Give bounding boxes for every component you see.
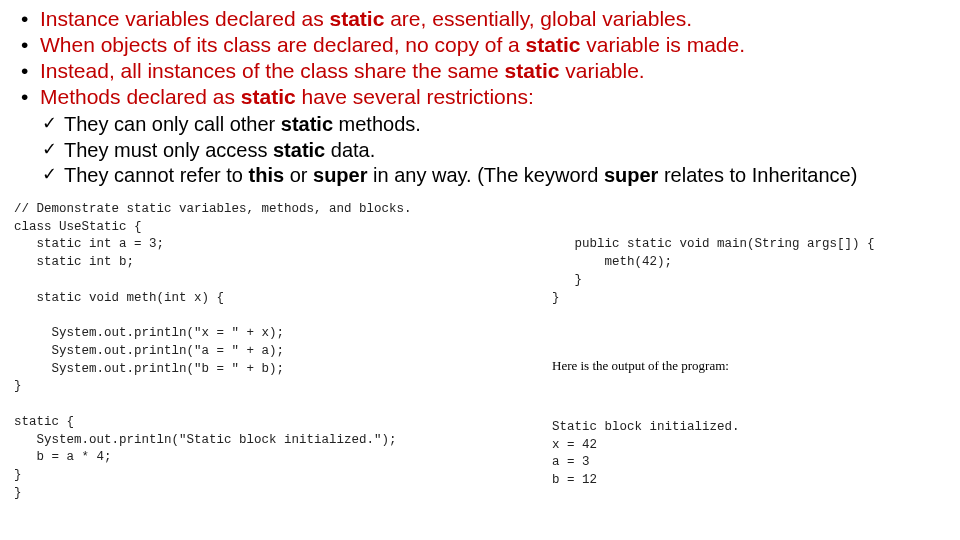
code-right-main: public static void main(String args[]) {… [552, 236, 946, 307]
sub-3-t1: or [284, 164, 313, 186]
code-left: // Demonstrate static variables, methods… [14, 201, 524, 525]
bullet-4: Methods declared as static have several … [36, 84, 946, 110]
bullet-2-pre: When objects of its class are declared, … [40, 33, 526, 56]
sub-2-t0: They must only access [64, 139, 273, 161]
bullet-4-pre: Methods declared as [40, 85, 241, 108]
code-area: // Demonstrate static variables, methods… [14, 195, 946, 525]
bullet-3-bold: static [505, 59, 560, 82]
bullet-1-bold: static [330, 7, 385, 30]
code-right: public static void main(String args[]) {… [552, 201, 946, 525]
bullet-2-bold: static [526, 33, 581, 56]
slide: Instance variables declared as static ar… [0, 0, 960, 525]
sub-1-t1: methods. [333, 113, 421, 135]
sub-3-t0: They cannot refer to [64, 164, 249, 186]
main-bullets: Instance variables declared as static ar… [14, 6, 946, 110]
sub-2: They must only access static data. [60, 138, 946, 164]
sub-bullets: They can only call other static methods.… [14, 112, 946, 189]
bullet-3: Instead, all instances of the class shar… [36, 58, 946, 84]
bullet-4-bold: static [241, 85, 296, 108]
sub-3-b0: this [249, 164, 285, 186]
sub-3-t3: relates to Inheritance) [658, 164, 857, 186]
sub-3-b2: super [604, 164, 658, 186]
sub-1-t0: They can only call other [64, 113, 281, 135]
bullet-2-post: variable is made. [580, 33, 745, 56]
sub-1-b0: static [281, 113, 333, 135]
output-caption: Here is the output of the program: [552, 357, 946, 375]
bullet-3-post: variable. [559, 59, 644, 82]
bullet-2: When objects of its class are declared, … [36, 32, 946, 58]
bullet-1: Instance variables declared as static ar… [36, 6, 946, 32]
sub-3: They cannot refer to this or super in an… [60, 163, 946, 189]
code-right-output: Static block initialized. x = 42 a = 3 b… [552, 419, 946, 490]
sub-3-t2: in any way. (The keyword [367, 164, 603, 186]
sub-2-b0: static [273, 139, 325, 161]
sub-1: They can only call other static methods. [60, 112, 946, 138]
bullet-3-pre: Instead, all instances of the class shar… [40, 59, 505, 82]
bullet-1-pre: Instance variables declared as [40, 7, 330, 30]
sub-2-t1: data. [325, 139, 375, 161]
bullet-1-post: are, essentially, global variables. [384, 7, 692, 30]
sub-3-b1: super [313, 164, 367, 186]
bullet-4-post: have several restrictions: [296, 85, 534, 108]
